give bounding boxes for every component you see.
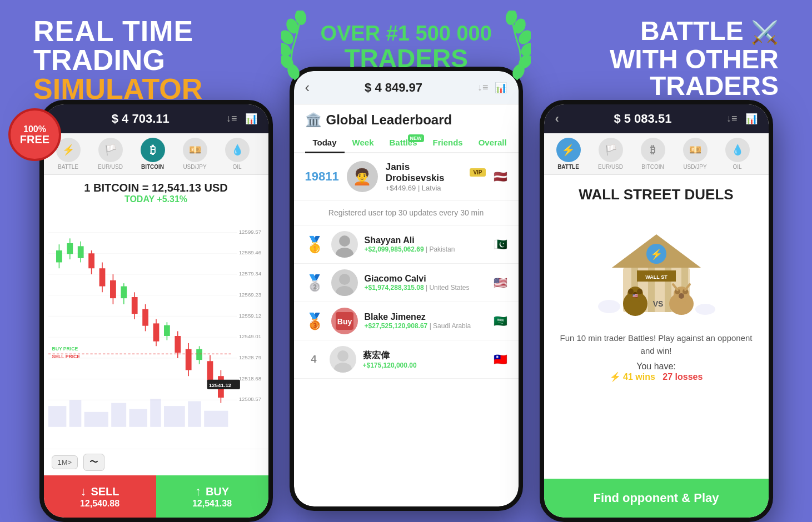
time-period-btn[interactable]: 1M> — [52, 455, 78, 469]
bitcoin-nav-label: BITCOIN — [141, 164, 164, 170]
header-center: OVER #1 500 000 TRADERS — [281, 17, 530, 71]
losses-count: 27 losses — [662, 372, 703, 382]
phone3-statusbar: ‹ $ 5 083.51 ↓≡ 📊 — [544, 104, 769, 133]
lb-user-name-2: Giacomo Calvi — [365, 274, 487, 284]
tab-friends[interactable]: Friends — [425, 133, 471, 152]
svg-point-76 — [339, 235, 350, 247]
usdjpy-nav-label: USD/JPY — [183, 164, 206, 170]
svg-rect-35 — [77, 246, 83, 258]
lb-user-sub-3: +$27,525,120,908.67 | Saudi Arabia — [365, 322, 487, 330]
svg-rect-67 — [48, 406, 66, 427]
registered-notice: Registered user top 30 updates every 30 … — [294, 200, 519, 225]
svg-text:SELL PRICE: SELL PRICE — [52, 354, 80, 359]
svg-rect-49 — [153, 323, 159, 341]
nav-eurusd[interactable]: 🏳️ EUR/USD — [92, 138, 129, 170]
lb-row-4[interactable]: 4 蔡宏偉 +$175,120,000.00 🇹🇼 — [294, 340, 519, 379]
svg-rect-69 — [84, 412, 108, 427]
lightning-icon3: ⚡ — [561, 143, 575, 157]
battle-nav-label: BATTLE — [58, 164, 78, 170]
nav3-oil[interactable]: 💧 OIL — [719, 138, 756, 170]
lb-avatar-1 — [331, 231, 358, 258]
lb-flag-1: 🇵🇰 — [494, 238, 507, 251]
svg-rect-74 — [188, 401, 201, 426]
header: REAL TIME TRADING SIMULATOR — [0, 0, 812, 103]
sort-icon3[interactable]: ↓≡ — [726, 113, 738, 125]
find-opponent-btn[interactable]: Find opponent & Play — [544, 479, 769, 518]
svg-text:12559.12: 12559.12 — [238, 313, 261, 319]
tab-overall[interactable]: Overall — [471, 133, 515, 152]
battle-svg: ⚡ WALL ST 🇺🇸 — [595, 212, 718, 323]
nav3-battle[interactable]: ⚡ BATTLE — [550, 138, 587, 170]
sort-icon[interactable]: ↓≡ — [226, 113, 237, 125]
chart-icon3[interactable]: 📊 — [745, 113, 758, 125]
lb-avatar-4 — [330, 346, 356, 373]
tab-battles[interactable]: Battles NEW — [381, 133, 425, 152]
top-user-flag: 🇱🇻 — [494, 170, 507, 183]
header-trading: TRADING — [33, 46, 165, 74]
medal-1-icon: 🥇 — [305, 235, 325, 254]
lb-user-info-1: Shayyan Ali +$2,099,985,062.69 | Pakista… — [365, 235, 487, 253]
nav-usdjpy[interactable]: 💴 USD/JPY — [176, 138, 214, 170]
svg-point-106 — [679, 293, 684, 299]
chart-type-btn[interactable]: 〜 — [83, 454, 104, 471]
leaderboard-icon: 🏛️ — [305, 112, 322, 128]
sell-btn[interactable]: ↓ SELL 12,540.88 — [44, 475, 156, 518]
vip-badge: VIP — [470, 168, 485, 177]
eurusd3-nav-label: EUR/USD — [598, 164, 623, 170]
phone3-icons: ↓≡ 📊 — [726, 113, 758, 125]
battle-illustration: ⚡ WALL ST 🇺🇸 — [595, 212, 718, 323]
oil3-nav-label: OIL — [733, 164, 741, 170]
lb-user-info-4: 蔡宏偉 +$175,120,000.00 — [363, 350, 487, 369]
lb-title-area: 🏛️ Global Leaderboard — [294, 104, 519, 128]
lb-row-3[interactable]: 🥉 Buy Blake Jimenez +$27,525,120,908.67 … — [294, 302, 519, 340]
svg-text:12541.12: 12541.12 — [208, 382, 231, 388]
svg-point-109 — [695, 304, 715, 315]
phone3-nav: ⚡ BATTLE 🏳️ EUR/USD ₿ BITCOIN 💴 USD/JPY — [544, 133, 769, 175]
svg-text:BUY PRICE: BUY PRICE — [52, 346, 78, 352]
oil3-nav-icon: 💧 — [725, 138, 750, 162]
chart-area[interactable]: 12599.57 12589.46 12579.34 12569.23 1255… — [44, 208, 268, 449]
svg-rect-37 — [88, 253, 94, 268]
svg-text:VS: VS — [652, 299, 663, 308]
svg-point-78 — [339, 274, 350, 285]
nav3-usdjpy[interactable]: 💴 USD/JPY — [676, 138, 714, 170]
battle3-nav-icon: ⚡ — [556, 138, 581, 162]
lb-user-name-3: Blake Jimenez — [365, 312, 487, 322]
nav3-bitcoin[interactable]: ₿ BITCOIN — [634, 138, 672, 170]
svg-rect-72 — [150, 399, 161, 427]
lb-row-1[interactable]: 🥇 Shayyan Ali +$2,099,985,062.69 | Pakis… — [294, 225, 519, 264]
chart-icon[interactable]: 📊 — [245, 113, 257, 125]
nav-oil[interactable]: 💧 OIL — [218, 138, 256, 170]
sell-label: SELL — [91, 485, 119, 498]
svg-text:12589.46: 12589.46 — [238, 249, 261, 255]
buy-btn[interactable]: ↑ BUY 12,541.38 — [156, 475, 268, 518]
rank-4: 4 — [305, 354, 323, 365]
svg-point-82 — [337, 350, 348, 362]
tab-week[interactable]: Week — [345, 133, 382, 152]
nav-bitcoin[interactable]: ₿ BITCOIN — [134, 138, 172, 170]
lb-avatar-2 — [331, 269, 358, 296]
svg-rect-55 — [185, 349, 191, 370]
candlestick-chart: 12599.57 12589.46 12579.34 12569.23 1255… — [48, 208, 264, 449]
lb-user-sub-2: +$1,974,288,315.08 | United States — [365, 284, 487, 292]
oil-icon: 💧 — [231, 144, 243, 156]
header-right: BATTLE ⚔️ WITH OTHER TRADERS — [610, 17, 779, 99]
tab-today[interactable]: Today — [305, 133, 345, 153]
nav3-eurusd[interactable]: 🏳️ EUR/USD — [592, 138, 630, 170]
header-traders2: TRADERS — [610, 73, 779, 99]
svg-text:🇺🇸: 🇺🇸 — [632, 293, 638, 298]
top-user-row: 19811 🧑‍🦱 Janis Drobisevskis VIP +$449.6… — [294, 153, 519, 200]
bitcoin-eq: 1 BITCOIN = 12,541.13 USD — [53, 182, 260, 194]
svg-rect-71 — [129, 409, 147, 427]
lb-row-2[interactable]: 🥈 Giacomo Calvi +$1,974,288,315.08 | Uni… — [294, 264, 519, 302]
header-battle: BATTLE ⚔️ — [610, 17, 779, 46]
lb-user-name-4: 蔡宏偉 — [363, 350, 487, 362]
battle-wins-area: You have: ⚡ 41 wins 27 losses — [610, 362, 703, 382]
yen-icon: 💴 — [189, 144, 201, 156]
lb-flag-2: 🇺🇸 — [494, 276, 507, 289]
header-traders-text: TRADERS — [320, 46, 491, 71]
back-btn3[interactable]: ‹ — [555, 112, 559, 126]
svg-text:12518.68: 12518.68 — [238, 375, 261, 382]
phone2-inner: ‹ $ 4 849.97 ↓≡ 📊 🏛️ Global Leaderboard … — [294, 71, 519, 506]
header-over-text: OVER #1 500 000 — [320, 22, 491, 46]
